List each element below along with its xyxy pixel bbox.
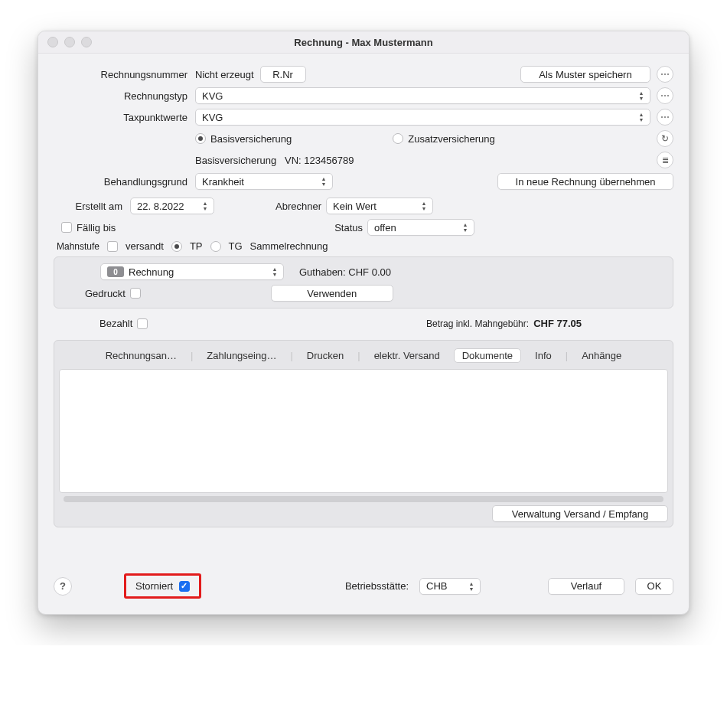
list-icon[interactable] xyxy=(657,152,673,168)
tab-rechnungsangaben[interactable]: Rechnungsan… xyxy=(101,348,181,363)
status-value: offen xyxy=(374,222,396,233)
betrag-label: Betrag inkl. Mahngebühr: xyxy=(426,318,529,329)
behandlungsgrund-value: Krankheit xyxy=(202,176,244,188)
label-sammelrechnung: Sammelrechnung xyxy=(250,240,328,252)
refresh-icon[interactable] xyxy=(657,130,673,147)
betrag-value: CHF 77.05 xyxy=(533,318,582,329)
erstellt-am-field[interactable]: 22. 8.2022 ▲▼ xyxy=(130,198,214,214)
label-status: Status xyxy=(309,222,367,233)
tab-panel: Rechnungsan…| Zahlungseing…| Drucken| el… xyxy=(54,340,673,527)
label-betriebsstaette: Betriebsstätte: xyxy=(345,580,409,592)
label-taxpunktwerte: Taxpunktwerte xyxy=(54,112,195,123)
tp-radio[interactable] xyxy=(171,241,182,252)
dialog-window: Rechnung - Max Mustermann Rechnungsnumme… xyxy=(37,31,690,615)
mahnstufe-select[interactable]: 0 Rechnung ▲▼ xyxy=(100,263,284,280)
horizontal-scrollbar[interactable] xyxy=(64,496,663,502)
status-select[interactable]: offen ▲▼ xyxy=(367,219,474,236)
chevron-updown-icon: ▲▼ xyxy=(318,175,329,188)
verlauf-button[interactable]: Verlauf xyxy=(548,578,624,595)
tab-bar: Rechnungsan…| Zahlungseing…| Drucken| el… xyxy=(59,345,668,366)
rnr-button[interactable]: R.Nr xyxy=(260,66,306,83)
abrechner-value: Kein Wert xyxy=(333,201,377,212)
versicherung-info: Basisversicherung VN: 123456789 xyxy=(195,155,354,166)
ok-button[interactable]: OK xyxy=(635,578,673,595)
label-bezahlt: Bezahlt xyxy=(99,318,132,329)
zusatzversicherung-label: Zusatzversicherung xyxy=(408,133,494,145)
label-erstellt-am: Erstellt am xyxy=(54,201,130,212)
als-muster-speichern-button[interactable]: Als Muster speichern xyxy=(520,66,650,83)
more-icon[interactable] xyxy=(657,66,673,83)
abrechner-select[interactable]: Kein Wert ▲▼ xyxy=(326,198,433,214)
chevron-updown-icon: ▲▼ xyxy=(466,580,477,593)
chevron-updown-icon: ▲▼ xyxy=(636,111,647,123)
tab-zahlungseingang[interactable]: Zahlungseing… xyxy=(202,348,281,363)
verwaltung-versand-button[interactable]: Verwaltung Versand / Empfang xyxy=(492,505,668,522)
chevron-updown-icon: ▲▼ xyxy=(636,90,647,102)
chevron-updown-icon: ▲▼ xyxy=(419,200,429,212)
behandlungsgrund-select[interactable]: Krankheit ▲▼ xyxy=(195,173,333,190)
in-neue-rechnung-button[interactable]: In neue Rechnung übernehmen xyxy=(497,173,673,190)
mahnstufe-value: Rechnung xyxy=(129,266,174,278)
label-tg: TG xyxy=(229,240,243,252)
bezahlt-checkbox[interactable] xyxy=(137,318,148,329)
storniert-checkbox[interactable] xyxy=(179,581,190,592)
chevron-updown-icon: ▲▼ xyxy=(460,221,471,233)
basisversicherung-radio[interactable] xyxy=(195,133,206,144)
rechnungsnummer-value: Nicht erzeugt xyxy=(195,69,254,80)
label-abrechner: Abrechner xyxy=(253,201,326,212)
window-title: Rechnung - Max Mustermann xyxy=(38,37,689,48)
rechnungstyp-value: KVG xyxy=(202,90,223,102)
mahnstufe-panel: 0 Rechnung ▲▼ Guthaben: CHF 0.00 Gedruck… xyxy=(54,256,673,309)
label-versandt: versandt xyxy=(126,240,164,252)
rechnungstyp-select[interactable]: KVG ▲▼ xyxy=(195,87,650,104)
guthaben-label: Guthaben: CHF 0.00 xyxy=(299,266,391,278)
versandt-checkbox[interactable] xyxy=(107,241,118,252)
taxpunktwerte-select[interactable]: KVG ▲▼ xyxy=(195,109,650,126)
tab-elektr-versand[interactable]: elektr. Versand xyxy=(370,348,445,363)
tab-anhaenge[interactable]: Anhänge xyxy=(577,348,626,363)
verwenden-button[interactable]: Verwenden xyxy=(271,285,393,302)
stepper-updown-icon: ▲▼ xyxy=(200,200,210,212)
label-tp: TP xyxy=(190,240,203,252)
chevron-updown-icon: ▲▼ xyxy=(269,266,280,278)
faellig-bis-checkbox[interactable] xyxy=(61,222,72,233)
erstellt-am-value: 22. 8.2022 xyxy=(137,201,184,212)
tab-drucken[interactable]: Drucken xyxy=(302,348,348,363)
more-icon[interactable] xyxy=(657,109,673,126)
label-behandlungsgrund: Behandlungsgrund xyxy=(54,176,195,188)
titlebar: Rechnung - Max Mustermann xyxy=(38,31,689,54)
betriebsstaette-value: CHB xyxy=(426,580,447,592)
help-button[interactable]: ? xyxy=(54,577,72,596)
taxpunktwerte-value: KVG xyxy=(202,112,223,123)
tab-info[interactable]: Info xyxy=(530,348,556,363)
gedruckt-checkbox[interactable] xyxy=(130,288,141,299)
label-mahnstufe: Mahnstufe xyxy=(57,241,99,252)
mahnstufe-badge: 0 xyxy=(107,266,124,277)
more-icon[interactable] xyxy=(657,87,673,104)
tg-radio[interactable] xyxy=(210,241,221,252)
zusatzversicherung-radio[interactable] xyxy=(393,133,403,144)
footer: ? Storniert Betriebsstätte: CHB ▲▼ Verla… xyxy=(54,573,673,599)
betriebsstaette-select[interactable]: CHB ▲▼ xyxy=(419,578,481,595)
content: Rechnungsnummer Nicht erzeugt R.Nr Als M… xyxy=(38,54,689,614)
label-rechnungstyp: Rechnungstyp xyxy=(54,90,195,102)
tab-dokumente[interactable]: Dokumente xyxy=(454,348,521,363)
documents-list[interactable] xyxy=(59,369,668,493)
storniert-highlight: Storniert xyxy=(124,573,201,599)
label-storniert: Storniert xyxy=(135,580,173,592)
basisversicherung-label: Basisversicherung xyxy=(210,133,292,145)
label-faellig-bis: Fällig bis xyxy=(77,222,116,233)
label-gedruckt: Gedruckt xyxy=(85,288,126,299)
label-rechnungsnummer: Rechnungsnummer xyxy=(54,69,195,80)
